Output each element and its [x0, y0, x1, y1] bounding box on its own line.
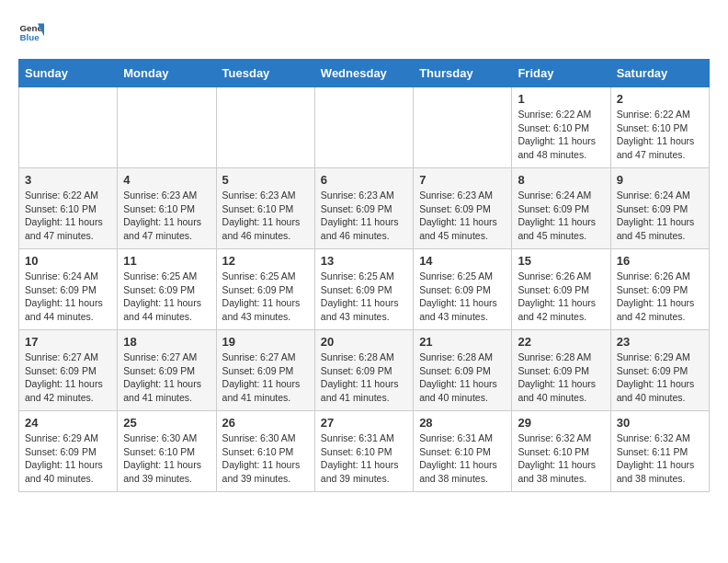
cell-content: Sunrise: 6:30 AMSunset: 6:10 PMDaylight:…	[123, 431, 210, 486]
calendar-cell: 5Sunrise: 6:23 AMSunset: 6:10 PMDaylight…	[216, 168, 314, 249]
day-number: 21	[419, 335, 506, 349]
calendar-cell: 26Sunrise: 6:30 AMSunset: 6:10 PMDayligh…	[216, 411, 314, 492]
calendar-cell: 16Sunrise: 6:26 AMSunset: 6:09 PMDayligh…	[610, 249, 709, 330]
weekday-header-thursday: Thursday	[414, 60, 512, 87]
cell-content: Sunrise: 6:22 AMSunset: 6:10 PMDaylight:…	[617, 108, 703, 162]
calendar-cell	[414, 87, 512, 168]
calendar-cell	[314, 87, 413, 168]
calendar-cell: 14Sunrise: 6:25 AMSunset: 6:09 PMDayligh…	[414, 249, 512, 330]
cell-content: Sunrise: 6:22 AMSunset: 6:10 PMDaylight:…	[25, 189, 111, 243]
cell-content: Sunrise: 6:25 AMSunset: 6:09 PMDaylight:…	[123, 270, 210, 324]
calendar-cell: 1Sunrise: 6:22 AMSunset: 6:10 PMDaylight…	[512, 87, 610, 168]
day-number: 17	[25, 335, 111, 349]
day-number: 28	[419, 416, 506, 430]
day-number: 8	[518, 173, 604, 187]
cell-content: Sunrise: 6:26 AMSunset: 6:09 PMDaylight:…	[518, 270, 604, 324]
calendar-cell: 17Sunrise: 6:27 AMSunset: 6:09 PMDayligh…	[19, 330, 118, 411]
weekday-header-saturday: Saturday	[610, 60, 709, 87]
weekday-header-tuesday: Tuesday	[216, 60, 314, 87]
day-number: 9	[617, 173, 703, 187]
page-header: General Blue	[18, 18, 710, 44]
calendar-cell: 15Sunrise: 6:26 AMSunset: 6:09 PMDayligh…	[512, 249, 610, 330]
weekday-header-wednesday: Wednesday	[314, 60, 413, 87]
day-number: 12	[222, 254, 309, 268]
cell-content: Sunrise: 6:29 AMSunset: 6:09 PMDaylight:…	[617, 350, 703, 405]
calendar-week-row: 1Sunrise: 6:22 AMSunset: 6:10 PMDaylight…	[19, 87, 710, 168]
cell-content: Sunrise: 6:32 AMSunset: 6:10 PMDaylight:…	[518, 431, 604, 486]
calendar-cell: 13Sunrise: 6:25 AMSunset: 6:09 PMDayligh…	[314, 249, 413, 330]
day-number: 30	[617, 416, 703, 430]
calendar-cell: 8Sunrise: 6:24 AMSunset: 6:09 PMDaylight…	[512, 168, 610, 249]
cell-content: Sunrise: 6:23 AMSunset: 6:09 PMDaylight:…	[419, 189, 506, 243]
day-number: 15	[518, 254, 604, 268]
calendar-cell: 25Sunrise: 6:30 AMSunset: 6:10 PMDayligh…	[118, 411, 216, 492]
cell-content: Sunrise: 6:23 AMSunset: 6:10 PMDaylight:…	[123, 189, 210, 243]
calendar-cell: 29Sunrise: 6:32 AMSunset: 6:10 PMDayligh…	[512, 411, 610, 492]
cell-content: Sunrise: 6:27 AMSunset: 6:09 PMDaylight:…	[222, 350, 309, 405]
day-number: 6	[321, 173, 407, 187]
logo: General Blue	[18, 18, 51, 44]
day-number: 23	[617, 335, 703, 349]
calendar-cell: 30Sunrise: 6:32 AMSunset: 6:11 PMDayligh…	[610, 411, 709, 492]
weekday-header-sunday: Sunday	[19, 60, 118, 87]
cell-content: Sunrise: 6:27 AMSunset: 6:09 PMDaylight:…	[123, 350, 210, 405]
cell-content: Sunrise: 6:32 AMSunset: 6:11 PMDaylight:…	[617, 431, 703, 486]
day-number: 19	[222, 335, 309, 349]
day-number: 3	[25, 173, 111, 187]
calendar-cell: 3Sunrise: 6:22 AMSunset: 6:10 PMDaylight…	[19, 168, 118, 249]
weekday-header-friday: Friday	[512, 60, 610, 87]
day-number: 11	[123, 254, 210, 268]
cell-content: Sunrise: 6:28 AMSunset: 6:09 PMDaylight:…	[518, 350, 604, 405]
calendar-cell	[19, 87, 118, 168]
calendar-cell: 7Sunrise: 6:23 AMSunset: 6:09 PMDaylight…	[414, 168, 512, 249]
cell-content: Sunrise: 6:28 AMSunset: 6:09 PMDaylight:…	[419, 350, 506, 405]
cell-content: Sunrise: 6:28 AMSunset: 6:09 PMDaylight:…	[321, 350, 407, 405]
calendar-cell: 9Sunrise: 6:24 AMSunset: 6:09 PMDaylight…	[610, 168, 709, 249]
calendar-cell: 2Sunrise: 6:22 AMSunset: 6:10 PMDaylight…	[610, 87, 709, 168]
calendar-week-row: 3Sunrise: 6:22 AMSunset: 6:10 PMDaylight…	[19, 168, 710, 249]
svg-text:Blue: Blue	[19, 32, 40, 42]
calendar-cell	[118, 87, 216, 168]
calendar-cell	[216, 87, 314, 168]
day-number: 25	[123, 416, 210, 430]
calendar-table: SundayMondayTuesdayWednesdayThursdayFrid…	[18, 59, 710, 492]
calendar-cell: 4Sunrise: 6:23 AMSunset: 6:10 PMDaylight…	[118, 168, 216, 249]
calendar-week-row: 24Sunrise: 6:29 AMSunset: 6:09 PMDayligh…	[19, 411, 710, 492]
calendar-cell: 28Sunrise: 6:31 AMSunset: 6:10 PMDayligh…	[414, 411, 512, 492]
calendar-cell: 11Sunrise: 6:25 AMSunset: 6:09 PMDayligh…	[118, 249, 216, 330]
calendar-cell: 6Sunrise: 6:23 AMSunset: 6:09 PMDaylight…	[314, 168, 413, 249]
day-number: 10	[25, 254, 111, 268]
day-number: 20	[321, 335, 407, 349]
calendar-cell: 12Sunrise: 6:25 AMSunset: 6:09 PMDayligh…	[216, 249, 314, 330]
cell-content: Sunrise: 6:31 AMSunset: 6:10 PMDaylight:…	[321, 431, 407, 486]
cell-content: Sunrise: 6:24 AMSunset: 6:09 PMDaylight:…	[518, 189, 604, 243]
day-number: 27	[321, 416, 407, 430]
day-number: 13	[321, 254, 407, 268]
calendar-cell: 23Sunrise: 6:29 AMSunset: 6:09 PMDayligh…	[610, 330, 709, 411]
day-number: 14	[419, 254, 506, 268]
weekday-header-row: SundayMondayTuesdayWednesdayThursdayFrid…	[19, 60, 710, 87]
calendar-cell: 27Sunrise: 6:31 AMSunset: 6:10 PMDayligh…	[314, 411, 413, 492]
cell-content: Sunrise: 6:30 AMSunset: 6:10 PMDaylight:…	[222, 431, 309, 486]
calendar-cell: 10Sunrise: 6:24 AMSunset: 6:09 PMDayligh…	[19, 249, 118, 330]
calendar-week-row: 17Sunrise: 6:27 AMSunset: 6:09 PMDayligh…	[19, 330, 710, 411]
calendar-cell: 21Sunrise: 6:28 AMSunset: 6:09 PMDayligh…	[414, 330, 512, 411]
day-number: 7	[419, 173, 506, 187]
calendar-cell: 24Sunrise: 6:29 AMSunset: 6:09 PMDayligh…	[19, 411, 118, 492]
cell-content: Sunrise: 6:23 AMSunset: 6:10 PMDaylight:…	[222, 189, 309, 243]
cell-content: Sunrise: 6:27 AMSunset: 6:09 PMDaylight:…	[25, 350, 111, 405]
cell-content: Sunrise: 6:25 AMSunset: 6:09 PMDaylight:…	[321, 270, 407, 324]
calendar-cell: 20Sunrise: 6:28 AMSunset: 6:09 PMDayligh…	[314, 330, 413, 411]
logo-icon: General Blue	[18, 18, 44, 44]
cell-content: Sunrise: 6:23 AMSunset: 6:09 PMDaylight:…	[321, 189, 407, 243]
cell-content: Sunrise: 6:25 AMSunset: 6:09 PMDaylight:…	[419, 270, 506, 324]
calendar-week-row: 10Sunrise: 6:24 AMSunset: 6:09 PMDayligh…	[19, 249, 710, 330]
day-number: 22	[518, 335, 604, 349]
calendar-cell: 22Sunrise: 6:28 AMSunset: 6:09 PMDayligh…	[512, 330, 610, 411]
cell-content: Sunrise: 6:29 AMSunset: 6:09 PMDaylight:…	[25, 431, 111, 486]
day-number: 2	[617, 92, 703, 106]
cell-content: Sunrise: 6:31 AMSunset: 6:10 PMDaylight:…	[419, 431, 506, 486]
cell-content: Sunrise: 6:25 AMSunset: 6:09 PMDaylight:…	[222, 270, 309, 324]
cell-content: Sunrise: 6:24 AMSunset: 6:09 PMDaylight:…	[25, 270, 111, 324]
day-number: 4	[123, 173, 210, 187]
